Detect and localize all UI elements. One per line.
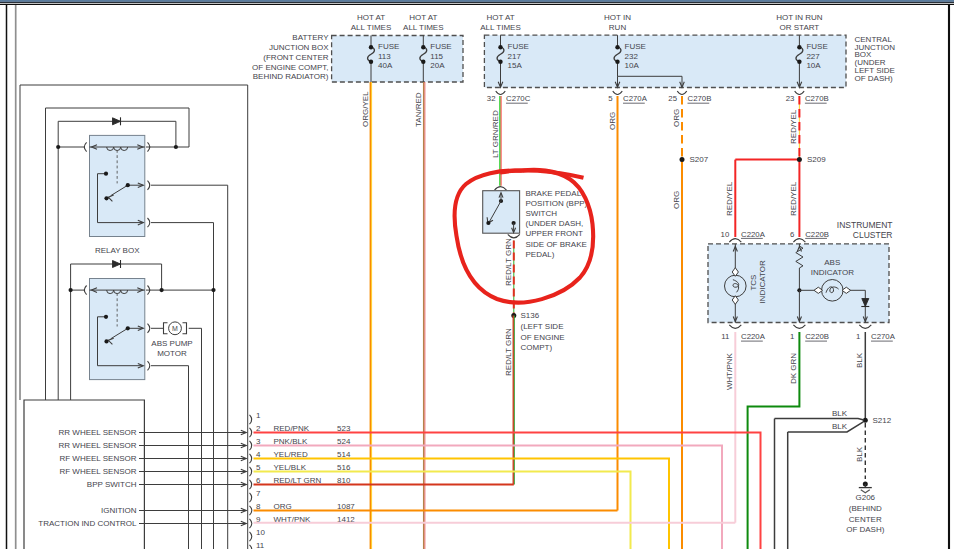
svg-text:20A: 20A xyxy=(430,61,445,70)
svg-text:POSITION (BPP): POSITION (BPP) xyxy=(526,199,588,208)
svg-text:BLK: BLK xyxy=(832,422,848,431)
svg-text:RED/LT GRN: RED/LT GRN xyxy=(504,328,513,376)
svg-text:ALL TIMES: ALL TIMES xyxy=(403,23,443,32)
svg-text:C220A: C220A xyxy=(741,332,766,341)
svg-text:OF DASH): OF DASH) xyxy=(855,74,894,83)
svg-text:11: 11 xyxy=(721,332,729,341)
svg-text:TAN/RED: TAN/RED xyxy=(414,92,423,127)
svg-text:RR WHEEL SENSOR: RR WHEEL SENSOR xyxy=(59,441,137,450)
svg-text:RF WHEEL SENSOR: RF WHEEL SENSOR xyxy=(59,467,136,476)
svg-text:SIDE OF BRAKE: SIDE OF BRAKE xyxy=(526,240,587,249)
svg-text:25: 25 xyxy=(668,94,677,103)
svg-text:RED/YEL: RED/YEL xyxy=(725,181,734,216)
svg-text:HOT AT: HOT AT xyxy=(357,13,385,22)
svg-text:ORG: ORG xyxy=(672,109,681,127)
svg-text:ORG/YEL: ORG/YEL xyxy=(361,91,370,127)
svg-text:HOT AT: HOT AT xyxy=(486,13,514,22)
svg-text:10A: 10A xyxy=(625,61,640,70)
svg-text:OF ENGINE COMPT,: OF ENGINE COMPT, xyxy=(252,63,328,72)
svg-text:6: 6 xyxy=(790,230,794,239)
svg-text:10: 10 xyxy=(721,230,730,239)
svg-text:(BEHIND: (BEHIND xyxy=(849,504,882,513)
svg-text:10: 10 xyxy=(256,528,265,537)
svg-text:RED/LT GRN: RED/LT GRN xyxy=(504,238,513,286)
svg-text:23: 23 xyxy=(786,94,795,103)
svg-text:CLUSTER: CLUSTER xyxy=(853,230,893,240)
svg-text:ORG: ORG xyxy=(672,191,681,209)
svg-text:15A: 15A xyxy=(508,61,523,70)
svg-text:C220B: C220B xyxy=(805,230,829,239)
svg-text:FUSE: FUSE xyxy=(430,42,451,51)
svg-text:RELAY BOX: RELAY BOX xyxy=(95,246,140,255)
svg-text:BEHIND RADIATOR): BEHIND RADIATOR) xyxy=(253,72,329,81)
svg-text:CENTER: CENTER xyxy=(849,515,882,524)
svg-text:232: 232 xyxy=(625,52,639,61)
svg-text:C270C: C270C xyxy=(506,94,531,103)
svg-text:1: 1 xyxy=(790,332,794,341)
svg-text:INSTRUMENT: INSTRUMENT xyxy=(837,220,893,230)
svg-text:C220A: C220A xyxy=(741,230,766,239)
svg-text:32: 32 xyxy=(487,94,496,103)
svg-text:113: 113 xyxy=(378,52,391,61)
svg-text:HOT IN RUN: HOT IN RUN xyxy=(776,13,823,22)
svg-text:5: 5 xyxy=(608,94,613,103)
svg-text:OF ENGINE: OF ENGINE xyxy=(521,333,565,342)
svg-text:COMPT): COMPT) xyxy=(521,343,553,352)
svg-text:S212: S212 xyxy=(873,416,892,425)
svg-text:OR START: OR START xyxy=(780,23,820,32)
svg-text:BRAKE PEDAL: BRAKE PEDAL xyxy=(526,189,582,198)
svg-text:M: M xyxy=(172,325,178,332)
svg-text:115: 115 xyxy=(430,52,443,61)
svg-text:RED/YEL: RED/YEL xyxy=(789,109,798,144)
svg-text:1: 1 xyxy=(256,411,261,420)
svg-text:C270A: C270A xyxy=(623,94,648,103)
svg-text:INDICATOR: INDICATOR xyxy=(811,268,854,277)
svg-text:LT GRN/RED: LT GRN/RED xyxy=(491,110,500,158)
svg-text:OF DASH): OF DASH) xyxy=(846,525,885,534)
svg-text:ABS PUMP: ABS PUMP xyxy=(151,339,192,348)
svg-text:ALL TIMES: ALL TIMES xyxy=(480,23,520,32)
svg-text:DK GRN: DK GRN xyxy=(789,353,798,384)
svg-text:SWITCH: SWITCH xyxy=(526,209,558,218)
svg-text:UPPER FRONT: UPPER FRONT xyxy=(526,229,583,238)
svg-text:PEDAL): PEDAL) xyxy=(526,250,555,259)
svg-text:S209: S209 xyxy=(807,155,826,164)
svg-text:INDICATOR: INDICATOR xyxy=(758,260,767,303)
svg-text:MOTOR: MOTOR xyxy=(157,349,187,358)
svg-text:FUSE: FUSE xyxy=(806,42,827,51)
svg-text:BLK: BLK xyxy=(855,352,864,368)
svg-text:217: 217 xyxy=(508,52,522,61)
svg-text:RUN: RUN xyxy=(609,23,627,32)
svg-text:G206: G206 xyxy=(856,493,876,502)
svg-text:BLK: BLK xyxy=(855,446,864,462)
svg-text:JUNCTION BOX: JUNCTION BOX xyxy=(269,43,329,52)
svg-text:1: 1 xyxy=(856,332,860,341)
svg-text:(FRONT CENTER: (FRONT CENTER xyxy=(263,53,328,62)
svg-text:10A: 10A xyxy=(806,61,821,70)
svg-text:RR WHEEL SENSOR: RR WHEEL SENSOR xyxy=(59,428,137,437)
svg-text:BPP SWITCH: BPP SWITCH xyxy=(87,480,137,489)
svg-text:HOT AT: HOT AT xyxy=(409,13,437,22)
svg-text:HOT IN: HOT IN xyxy=(604,13,631,22)
svg-text:S207: S207 xyxy=(690,155,709,164)
svg-text:FUSE: FUSE xyxy=(378,42,399,51)
svg-text:ABS: ABS xyxy=(824,258,840,267)
svg-text:FUSE: FUSE xyxy=(508,42,529,51)
svg-text:RED/YEL: RED/YEL xyxy=(789,181,798,216)
svg-text:(LEFT SIDE: (LEFT SIDE xyxy=(521,322,564,331)
svg-text:ALL TIMES: ALL TIMES xyxy=(351,23,391,32)
svg-text:C270B: C270B xyxy=(805,94,829,103)
svg-text:WHT/PNK: WHT/PNK xyxy=(725,352,734,390)
svg-text:40A: 40A xyxy=(378,61,393,70)
svg-text:C270B: C270B xyxy=(688,94,712,103)
svg-text:BATTERY: BATTERY xyxy=(292,33,329,42)
svg-text:FUSE: FUSE xyxy=(625,42,646,51)
svg-text:C220B: C220B xyxy=(805,332,829,341)
svg-text:TRACTION IND CONTROL: TRACTION IND CONTROL xyxy=(38,519,137,528)
svg-text:ORG: ORG xyxy=(608,112,617,130)
svg-text:7: 7 xyxy=(256,489,261,498)
svg-text:IGNITION: IGNITION xyxy=(101,506,137,515)
svg-text:BLK: BLK xyxy=(832,409,848,418)
svg-text:11: 11 xyxy=(256,541,265,549)
svg-text:227: 227 xyxy=(806,52,820,61)
